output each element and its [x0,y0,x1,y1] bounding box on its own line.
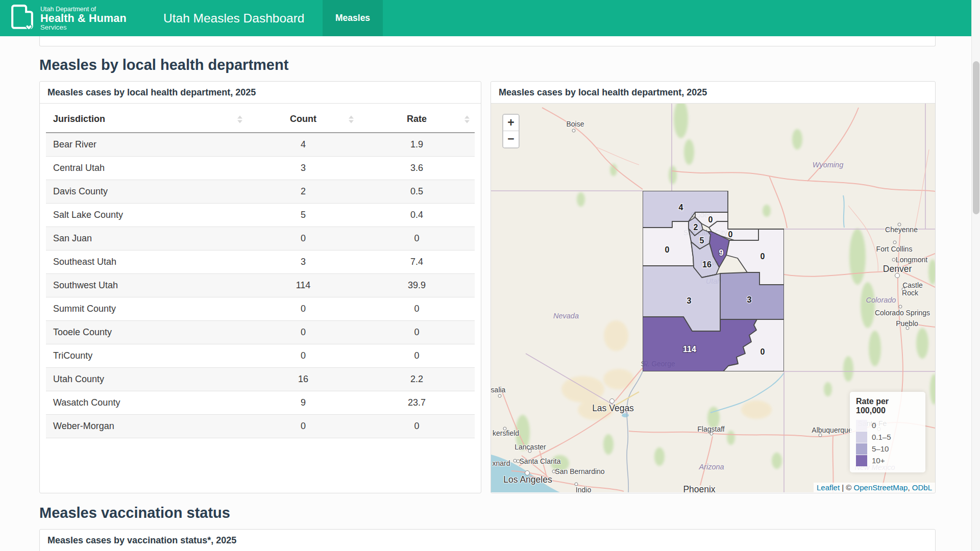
table-row: Central Utah33.6 [46,156,475,180]
legend-label: 5–10 [872,444,889,453]
cell-rate: 0 [359,227,475,250]
table-row: Southwest Utah11439.9 [46,273,475,297]
sort-icon[interactable] [237,115,242,123]
lhd-map-panel: Measles cases by local health department… [491,81,936,493]
scrollbar-thumb[interactable] [973,61,979,214]
osm-link[interactable]: OpenStreetMap [854,483,908,492]
leaflet-link[interactable]: Leaflet [817,483,840,492]
cell-jurisdiction: San Juan [46,227,248,250]
tab-measles[interactable]: Measles [323,0,383,36]
odbl-link[interactable]: ODbL [912,483,932,492]
cell-count: 5 [248,203,359,227]
table-row: Southeast Utah37.4 [46,250,475,273]
cell-count: 3 [248,156,359,180]
cell-jurisdiction: Bear River [46,133,248,156]
legend-label: 0.1–5 [872,433,891,441]
cell-jurisdiction: Central Utah [46,156,248,180]
logo-line2: Health & Human [40,13,127,24]
page: Utah Department of Health & Human Servic… [0,0,980,551]
logo-line1: Utah Department of [40,6,127,13]
column-header-rate[interactable]: Rate [359,106,475,133]
cell-jurisdiction: Weber-Morgan [46,414,248,438]
legend-swatch [856,432,867,443]
previous-panel-bottom-edge [39,36,936,46]
lhd-table: Jurisdiction Count Rate Bear River [46,106,475,438]
utah-state-heart-icon [11,4,34,33]
cell-rate: 0 [359,414,475,438]
map-legend: Rate per 100,000 00.1–55–1010+ [850,392,925,472]
legend-label: 0 [872,421,876,430]
lhd-table-body: Bear River41.9Central Utah33.6Davis Coun… [46,133,475,438]
utah-choropleth: 4 0 2 0 5 0 9 16 0 3 3 114 0 [643,191,784,371]
cell-jurisdiction: Salt Lake County [46,203,248,227]
cell-jurisdiction: Utah County [46,367,248,391]
sort-icon[interactable] [464,115,470,123]
cell-jurisdiction: Wasatch County [46,391,248,414]
cell-rate: 0.5 [359,180,475,203]
legend-item: 10+ [856,455,919,466]
udohhs-logo[interactable]: Utah Department of Health & Human Servic… [11,4,127,33]
legend-items: 00.1–55–1010+ [856,419,919,466]
cell-rate: 2.2 [359,367,475,391]
logo-line3: Services [40,24,127,31]
table-row: San Juan00 [46,227,475,250]
zoom-in-button[interactable]: + [503,115,519,131]
cell-count: 0 [248,414,359,438]
vax-panel: Measles cases by vaccination status*, 20… [39,529,936,551]
legend-item: 0.1–5 [856,431,919,443]
map-zoom-control: + − [502,114,520,148]
page-title: Utah Measles Dashboard [163,0,304,36]
cell-count: 3 [248,250,359,273]
main-content: Measles by local health department Measl… [0,36,971,551]
legend-item: 0 [856,419,919,431]
cell-rate: 23.7 [359,391,475,414]
cell-count: 0 [248,344,359,367]
table-row: Summit County00 [46,297,475,320]
cell-rate: 1.9 [359,133,475,156]
table-row: Tooele County00 [46,320,475,344]
cell-rate: 0 [359,320,475,344]
legend-swatch [856,455,867,466]
cell-count: 4 [248,133,359,156]
map-panel-title: Measles cases by local health department… [491,82,935,104]
cell-jurisdiction: Southwest Utah [46,273,248,297]
cell-count: 16 [248,367,359,391]
cell-count: 114 [248,273,359,297]
cell-count: 0 [248,227,359,250]
zoom-out-button[interactable]: − [503,131,519,147]
table-row: Bear River41.9 [46,133,475,156]
table-panel-title: Measles cases by local health department… [40,82,481,104]
cell-rate: 3.6 [359,156,475,180]
legend-item: 5–10 [856,443,919,455]
region-tooele[interactable] [643,221,694,266]
app-header: Utah Department of Health & Human Servic… [0,0,971,36]
cell-rate: 0 [359,297,475,320]
cell-count: 0 [248,320,359,344]
table-row: Weber-Morgan00 [46,414,475,438]
cell-rate: 7.4 [359,250,475,273]
leaflet-map[interactable]: St. GeorgeOgdenSalt Lake CityProvoUtah [491,104,935,492]
vax-panel-title: Measles cases by vaccination status*, 20… [40,530,935,551]
lhd-table-panel: Measles cases by local health department… [39,81,481,493]
cell-jurisdiction: Davis County [46,180,248,203]
legend-title: Rate per 100,000 [856,397,919,415]
sort-icon[interactable] [349,115,354,123]
table-row: TriCounty00 [46,344,475,367]
legend-label: 10+ [872,456,885,465]
cell-count: 0 [248,297,359,320]
cell-rate: 39.9 [359,273,475,297]
cell-rate: 0 [359,344,475,367]
section-heading-vax: Measles vaccination status [39,505,230,521]
cell-count: 2 [248,180,359,203]
scrollbar[interactable] [971,0,980,551]
column-header-jurisdiction[interactable]: Jurisdiction [46,106,248,133]
legend-swatch [856,420,867,431]
cell-jurisdiction: Tooele County [46,320,248,344]
table-row: Davis County20.5 [46,180,475,203]
map-attribution: Leaflet | © OpenStreetMap, ODbL [814,483,935,492]
section-heading-lhd: Measles by local health department [39,57,288,73]
table-row: Salt Lake County50.4 [46,203,475,227]
cell-jurisdiction: TriCounty [46,344,248,367]
column-header-count[interactable]: Count [248,106,359,133]
table-row: Utah County162.2 [46,367,475,391]
